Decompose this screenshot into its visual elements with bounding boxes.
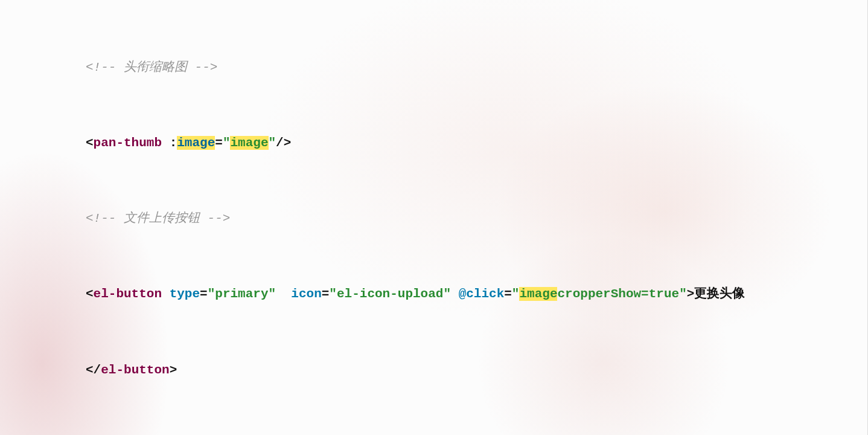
comment: <!-- 头衔缩略图 --> bbox=[86, 60, 217, 74]
code-line: <!-- 文件上传按钮 --> bbox=[53, 209, 865, 228]
code-content[interactable]: <!-- 头衔缩略图 --> <pan-thumb :image="image"… bbox=[53, 1, 865, 435]
button-label-text: 更换头像 bbox=[694, 287, 745, 301]
code-line: <!-- 头衔缩略图 --> bbox=[53, 58, 865, 77]
code-line: <el-button type="primary" icon="el-icon-… bbox=[53, 285, 865, 303]
code-line: <pan-thumb :image="image"/> bbox=[53, 134, 865, 152]
code-line: </el-button> bbox=[53, 361, 865, 379]
comment: <!-- 文件上传按钮 --> bbox=[86, 211, 230, 225]
